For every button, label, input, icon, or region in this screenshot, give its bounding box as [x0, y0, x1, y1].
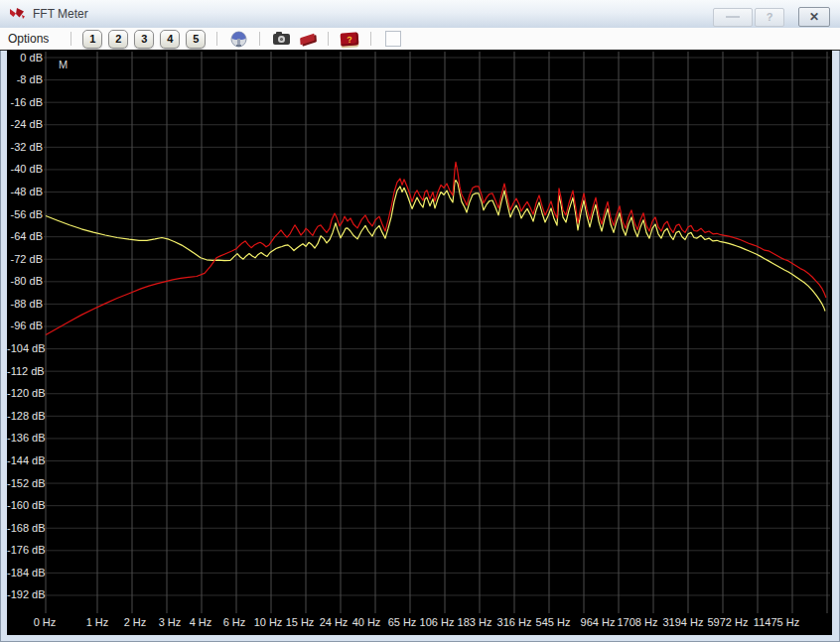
preset-button-2[interactable]: 2: [108, 30, 128, 49]
y-axis-label: -24 dB: [7, 118, 43, 131]
y-axis-label: -32 dB: [7, 141, 43, 154]
y-axis-label: -64 dB: [7, 230, 43, 243]
y-axis-label: -80 dB: [7, 275, 43, 288]
y-axis-label: -184 dB: [7, 567, 43, 579]
y-axis-label: -176 dB: [7, 544, 43, 557]
options-menu[interactable]: Options: [8, 32, 49, 46]
x-axis-label: 11475 Hz: [745, 616, 808, 629]
y-axis-label: -88 dB: [7, 298, 43, 311]
preset-button-4[interactable]: 4: [160, 30, 180, 49]
minimize-button[interactable]: [713, 8, 753, 27]
y-axis-label: -136 dB: [7, 432, 43, 445]
y-axis-label: -96 dB: [7, 320, 43, 332]
help-book-icon: ?: [341, 32, 359, 46]
minimize-icon: [726, 16, 740, 18]
title-bar: FFT Meter ? ✕: [0, 0, 840, 29]
y-axis-label: -160 dB: [7, 499, 43, 512]
microphone-icon: [230, 31, 247, 48]
app-logo-icon: [9, 6, 27, 22]
window-controls: ? ✕: [713, 7, 830, 27]
window-title: FFT Meter: [33, 7, 88, 21]
input-source-button[interactable]: [226, 29, 250, 49]
y-axis-label: -152 dB: [7, 477, 43, 490]
titlebar-help-button[interactable]: ?: [755, 8, 784, 27]
clear-button[interactable]: [295, 29, 319, 49]
y-axis-label: -72 dB: [7, 253, 43, 266]
close-button[interactable]: ✕: [798, 7, 830, 27]
toolbar: Options 1 2 3 4 5 ?: [0, 28, 840, 51]
toolbar-blank-box[interactable]: [385, 31, 401, 47]
y-axis-label: -168 dB: [7, 522, 43, 535]
y-axis-label: -144 dB: [7, 454, 43, 467]
screenshot-button[interactable]: [269, 29, 293, 49]
marker-label: M: [59, 59, 68, 70]
y-axis-label: -40 dB: [7, 163, 43, 176]
preset-button-1[interactable]: 1: [82, 30, 102, 49]
toolbar-separator: [328, 32, 329, 46]
y-axis-label: -56 dB: [7, 208, 43, 221]
y-axis-label: -8 dB: [7, 73, 43, 86]
y-axis-label: -128 dB: [7, 410, 43, 423]
toolbar-separator: [216, 32, 217, 46]
camera-icon: [273, 34, 290, 45]
toolbar-separator: [370, 32, 371, 46]
toolbar-separator: [259, 32, 260, 46]
y-axis-label: -192 dB: [7, 588, 43, 601]
red-trace: [46, 162, 826, 334]
y-axis-label: -120 dB: [7, 387, 43, 400]
y-axis-label: -16 dB: [7, 96, 43, 109]
fft-meter-window: FFT Meter ? ✕ Options 1 2 3 4 5: [0, 0, 840, 642]
toolbar-separator: [70, 32, 71, 46]
preset-button-3[interactable]: 3: [134, 30, 154, 49]
y-axis-label: -48 dB: [7, 186, 43, 198]
y-axis-label: 0 dB: [7, 52, 43, 64]
manual-button[interactable]: ?: [338, 29, 361, 49]
preset-button-5[interactable]: 5: [186, 30, 206, 49]
y-axis-label: -104 dB: [7, 342, 43, 355]
spectrum-chart: 0 dB-8 dB-16 dB-24 dB-32 dB-40 dB-48 dB-…: [7, 50, 832, 635]
y-axis-label: -112 dB: [7, 365, 43, 378]
eraser-icon: [300, 33, 315, 45]
spectrum-plot: [7, 50, 832, 635]
